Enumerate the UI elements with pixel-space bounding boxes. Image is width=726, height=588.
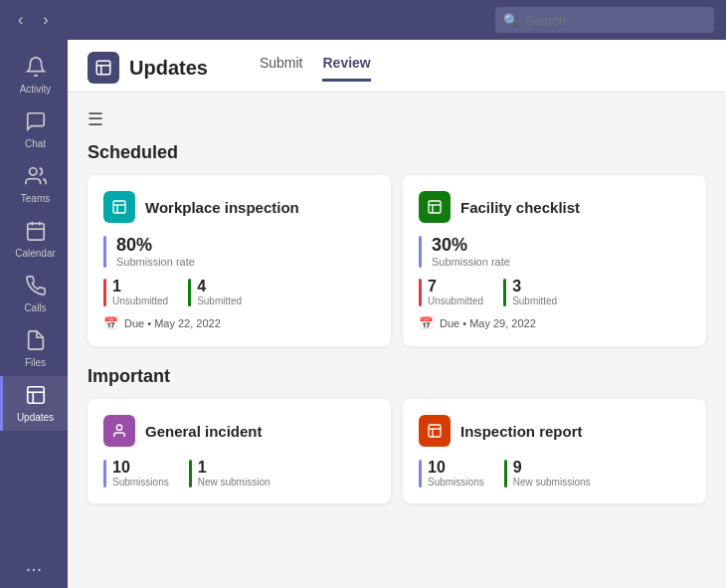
facility-submitted: 3 Submitted — [503, 278, 557, 306]
svg-rect-8 — [96, 61, 110, 75]
workplace-due: 📅 Due • May 22, 2022 — [103, 316, 375, 330]
svg-point-0 — [29, 168, 36, 175]
report-submissions: 10 Submissions — [419, 459, 484, 488]
due-calendar-icon: 📅 — [103, 316, 118, 330]
incident-new-bar — [189, 460, 192, 488]
sidebar-label-calls: Calls — [24, 302, 46, 313]
files-icon — [25, 329, 47, 354]
tab-review[interactable]: Review — [322, 55, 370, 82]
incident-title: General incident — [145, 423, 263, 440]
svg-rect-18 — [429, 425, 441, 437]
facility-rate: 30% Submission rate — [419, 235, 690, 268]
facility-submitted-bar — [503, 279, 506, 306]
incident-submissions-bar — [103, 460, 106, 488]
workplace-rate-value: 80% — [116, 235, 195, 256]
calls-icon — [25, 275, 47, 299]
important-title: Important — [88, 366, 706, 387]
search-input[interactable] — [525, 13, 706, 28]
header-tabs: Submit Review — [260, 55, 371, 82]
unsubmitted-label: Unsubmitted — [112, 295, 168, 306]
header-title-row: Updates Submit Review — [88, 52, 706, 84]
report-icon — [419, 415, 451, 447]
scheduled-title: Scheduled — [88, 142, 706, 163]
page-title: Updates — [129, 57, 208, 80]
incident-new-label: New submission — [198, 477, 271, 488]
card-header-facility: Facility checklist — [419, 191, 690, 223]
workplace-title: Workplace inspection — [145, 199, 299, 216]
sidebar-item-calls[interactable]: Calls — [0, 267, 68, 321]
sidebar: Activity Chat Teams — [0, 40, 68, 588]
content-area: Updates Submit Review ☰ Scheduled — [68, 40, 726, 588]
facility-unsubmitted-value: 7 — [428, 278, 483, 295]
sidebar-item-teams[interactable]: Teams — [0, 157, 68, 212]
search-icon: 🔍 — [503, 13, 519, 28]
facility-rate-bar — [419, 236, 422, 268]
scheduled-section: Scheduled Workplace inspection — [88, 142, 706, 346]
facility-icon — [419, 191, 451, 223]
svg-rect-14 — [429, 201, 441, 213]
tab-submit[interactable]: Submit — [260, 55, 303, 82]
submitted-label: Submitted — [197, 295, 242, 306]
sidebar-item-updates[interactable]: Updates — [0, 376, 68, 431]
sidebar-label-calendar: Calendar — [15, 248, 56, 259]
sidebar-item-files[interactable]: Files — [0, 321, 68, 376]
hamburger-menu[interactable]: ☰ — [88, 108, 103, 130]
calendar-icon — [25, 220, 47, 245]
workplace-icon — [103, 191, 135, 223]
report-new-label: New submissions — [513, 477, 591, 488]
search-bar[interactable]: 🔍 — [495, 7, 714, 33]
facility-title: Facility checklist — [460, 199, 580, 216]
card-header-report: Inspection report — [419, 415, 690, 447]
facility-due: 📅 Due • May 29, 2022 — [419, 316, 690, 330]
facility-checklist-card: Facility checklist 30% Submission rate — [403, 175, 706, 346]
incident-new-value: 1 — [198, 459, 271, 477]
content-header: Updates Submit Review — [68, 40, 726, 93]
card-header-incident: General incident — [103, 415, 375, 447]
workplace-submitted: 4 Submitted — [188, 278, 242, 306]
forward-button[interactable]: › — [37, 9, 54, 31]
important-section: Important General incident — [88, 366, 706, 503]
sidebar-label-chat: Chat — [25, 138, 46, 149]
report-stats: 10 Submissions 9 New submissions — [419, 459, 690, 488]
facility-due-label: Due • May 29, 2022 — [440, 317, 536, 329]
facility-due-calendar-icon: 📅 — [419, 316, 434, 330]
activity-icon — [25, 56, 47, 81]
main-layout: Activity Chat Teams — [0, 40, 726, 588]
unsubmitted-bar — [103, 279, 106, 306]
inspection-report-card: Inspection report 10 Submissions — [403, 399, 706, 503]
incident-icon — [103, 415, 135, 447]
report-new-submissions: 9 New submissions — [504, 459, 591, 488]
workplace-rate: 80% Submission rate — [103, 235, 375, 268]
sidebar-item-calendar[interactable]: Calendar — [0, 212, 68, 267]
svg-rect-5 — [27, 387, 44, 404]
more-button[interactable]: ... — [26, 553, 43, 576]
general-incident-card: General incident 10 Submissions — [88, 399, 391, 503]
important-cards-grid: General incident 10 Submissions — [88, 399, 706, 503]
sidebar-label-activity: Activity — [20, 84, 52, 95]
report-new-value: 9 — [513, 459, 591, 477]
topbar: ‹ › 🔍 — [0, 0, 726, 40]
incident-new-submissions: 1 New submission — [189, 459, 271, 488]
chat-icon — [25, 110, 47, 135]
back-button[interactable]: ‹ — [12, 9, 29, 31]
submitted-value: 4 — [197, 278, 242, 295]
facility-unsubmitted-label: Unsubmitted — [428, 295, 483, 306]
facility-unsubmitted-bar — [419, 279, 422, 306]
workplace-due-label: Due • May 22, 2022 — [124, 317, 221, 329]
facility-stats: 7 Unsubmitted 3 Submitted — [419, 278, 690, 306]
report-submissions-label: Submissions — [428, 477, 484, 488]
workplace-unsubmitted: 1 Unsubmitted — [103, 278, 168, 306]
sidebar-item-activity[interactable]: Activity — [0, 48, 68, 102]
sidebar-label-updates: Updates — [17, 412, 54, 423]
svg-point-17 — [116, 425, 121, 430]
workplace-inspection-card: Workplace inspection 80% Submission rate — [88, 175, 391, 346]
incident-submissions-label: Submissions — [112, 477, 169, 488]
nav-arrows: ‹ › — [12, 9, 55, 31]
facility-submitted-value: 3 — [512, 278, 557, 295]
sidebar-item-chat[interactable]: Chat — [0, 102, 68, 157]
facility-unsubmitted: 7 Unsubmitted — [419, 278, 483, 306]
report-submissions-value: 10 — [428, 459, 484, 477]
page-content: ☰ Scheduled Work — [68, 93, 726, 588]
workplace-stats: 1 Unsubmitted 4 Submitted — [103, 278, 375, 306]
report-title: Inspection report — [460, 423, 583, 440]
